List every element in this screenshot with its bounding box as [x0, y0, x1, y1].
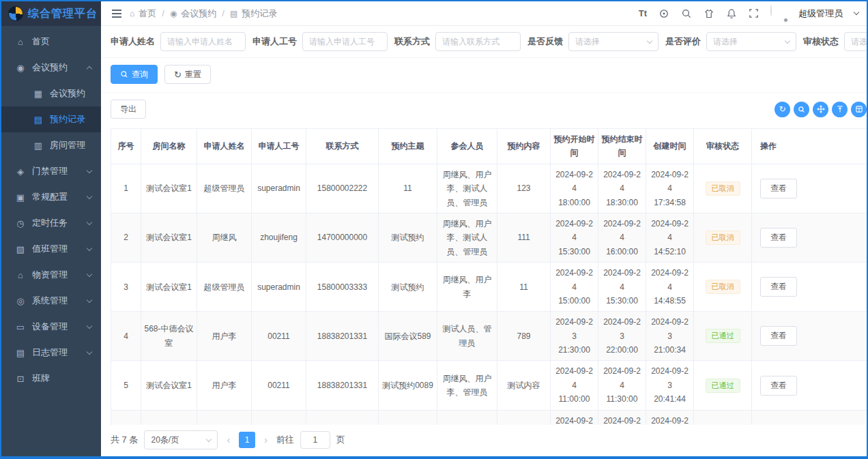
cell-end: 2024-09-2416:00:00	[598, 213, 646, 262]
cell-topic: 测试预约	[379, 213, 437, 262]
document-icon: ▤	[230, 9, 237, 18]
app-title: 综合管理平台	[28, 7, 98, 21]
column-settings-icon[interactable]	[851, 102, 867, 117]
cell-created: 2024-09-2414:48:55	[646, 263, 694, 312]
move-icon[interactable]	[813, 102, 828, 117]
sidebar-item-system-management[interactable]: ◎ 系统管理	[1, 288, 101, 314]
chevron-down-icon	[87, 271, 92, 276]
theme-skin-icon[interactable]	[704, 8, 714, 19]
view-button[interactable]: 查看	[760, 376, 797, 396]
cell-start: 2024-09-2321:00:00	[551, 410, 598, 425]
chevron-down-icon	[785, 38, 790, 43]
search-icon[interactable]	[681, 8, 692, 19]
col-created-time: 创建时间	[646, 129, 694, 164]
sidebar-item-access-control[interactable]: ◈ 门禁管理	[1, 158, 101, 184]
cell-end: 2024-09-2415:30:00	[598, 263, 646, 312]
search-toggle-icon[interactable]	[794, 102, 809, 117]
sidebar-item-scheduled-tasks[interactable]: ◷ 定时任务	[1, 210, 101, 236]
username[interactable]: 超级管理员	[798, 8, 843, 20]
cell-content: 123	[497, 164, 551, 213]
sidebar-item-log-management[interactable]: ▤ 日志管理	[1, 340, 101, 366]
cell-no: 2	[111, 213, 141, 262]
table-row: 6 测试会议室1 超级管理员 superadmin 15800003333 测试…	[111, 410, 867, 425]
chevron-down-icon	[87, 323, 92, 328]
sidebar-item-duty-management[interactable]: ▧ 值班管理	[1, 236, 101, 262]
view-button[interactable]: 查看	[760, 277, 797, 297]
font-size-icon[interactable]: Tt	[639, 8, 647, 18]
sidebar-item-class-board[interactable]: ⊡ 班牌	[1, 366, 101, 391]
sidebar-item-home[interactable]: ⌂ 首页	[1, 29, 101, 55]
evaluate-select[interactable]: 请选择	[706, 32, 796, 51]
sidebar-item-meeting-booking-group[interactable]: ◉ 会议预约	[1, 55, 101, 80]
fullscreen-icon[interactable]	[749, 8, 759, 18]
sidebar-item-room-management[interactable]: ▥ 房间管理	[1, 132, 101, 158]
hamburger-menu-icon[interactable]	[109, 7, 124, 20]
refresh-icon[interactable]: ↻	[775, 102, 790, 117]
col-end-time: 预约结束时间	[598, 129, 646, 164]
breadcrumb: ⌂ 首页 / ◉ 会议预约 / ▤ 预约记录	[130, 8, 277, 20]
upload-icon[interactable]	[832, 102, 848, 117]
cell-topic: 国际会议589	[379, 312, 437, 361]
cell-content: 测试预约	[497, 410, 551, 425]
status-dot	[783, 18, 788, 23]
cell-participants: 周继风、用户李、测试人员、管理员	[437, 164, 497, 213]
goto-page-input[interactable]	[300, 431, 330, 449]
goto-label: 前往	[276, 434, 294, 446]
action-bar: 查询 ↻ 重置	[101, 58, 867, 93]
view-button[interactable]: 查看	[760, 326, 797, 346]
table-row: 3 测试会议室1 超级管理员 superadmin 15800003333 测试…	[111, 263, 867, 312]
cell-no: 5	[111, 361, 141, 410]
audit-status-select[interactable]: 请选择审核状态	[844, 32, 868, 51]
main-area: ⌂ 首页 / ◉ 会议预约 / ▤ 预约记录 Tt	[101, 1, 867, 456]
config-icon: ▣	[15, 192, 26, 203]
bell-icon[interactable]	[726, 8, 737, 19]
page-size-select[interactable]: 20条/页	[144, 430, 218, 449]
chevron-down-icon	[87, 245, 92, 250]
applicant-name-label: 申请人姓名	[111, 35, 155, 48]
cell-start: 2024-09-2411:00:00	[551, 361, 598, 410]
export-button[interactable]: 导出	[111, 100, 146, 119]
avatar[interactable]	[770, 5, 787, 22]
breadcrumb-home[interactable]: 首页	[139, 8, 156, 20]
page-number-button[interactable]: 1	[239, 432, 255, 448]
chevron-down-icon[interactable]	[854, 9, 859, 14]
cell-topic: 11	[379, 164, 437, 213]
view-button[interactable]: 查看	[760, 179, 797, 198]
table-row: 4 568-中德会议室 用户李 00211 18838201331 国际会议58…	[111, 312, 867, 361]
status-badge: 已取消	[706, 280, 740, 294]
feedback-select[interactable]: 请选择	[568, 32, 659, 51]
chevron-down-icon	[87, 297, 92, 302]
cell-name: 用户李	[197, 312, 252, 361]
cell-no: 1	[111, 164, 141, 213]
cell-phone: 15800003333	[306, 410, 379, 425]
phone-input[interactable]	[435, 32, 521, 51]
cell-room: 测试会议室1	[141, 361, 197, 410]
cell-name: 用户李	[197, 361, 252, 410]
sidebar-item-general-config[interactable]: ▣ 常规配置	[1, 184, 101, 210]
reset-button[interactable]: ↻ 重置	[164, 65, 211, 84]
cell-phone: 18838201331	[306, 312, 379, 361]
prev-page-button[interactable]: ‹	[224, 434, 233, 445]
sidebar-item-meeting-booking[interactable]: ▦ 会议预约	[1, 80, 101, 106]
cell-name: 超级管理员	[197, 263, 252, 312]
applicant-name-input[interactable]	[160, 32, 246, 51]
staff-id-input[interactable]	[302, 32, 388, 51]
cell-phone: 18838201331	[306, 361, 379, 410]
cell-staff_id: superadmin	[252, 164, 306, 213]
gear-icon: ◎	[15, 296, 26, 306]
sidebar-item-materials-management[interactable]: ⌂ 物资管理	[1, 262, 101, 288]
view-button[interactable]: 查看	[760, 228, 797, 248]
app-logo-icon	[8, 6, 23, 21]
table-header-row: 序号 房间名称 申请人姓名 申请人工号 联系方式 预约主题 参会人员 预约内容 …	[111, 129, 867, 164]
col-name: 申请人姓名	[197, 129, 252, 164]
col-actions: 操作	[752, 129, 867, 164]
next-page-button[interactable]: ›	[261, 434, 270, 445]
cell-created: 2024-09-2414:52:10	[646, 213, 694, 262]
cell-created: 2024-09-2417:34:58	[646, 164, 694, 213]
sidebar: 综合管理平台 ⌂ 首页 ◉ 会议预约 ▦ 会议预约 ▤ 预约记录 ▥ 房间管理 …	[1, 1, 101, 456]
sidebar-item-booking-records[interactable]: ▤ 预约记录	[1, 106, 101, 132]
breadcrumb-section[interactable]: 会议预约	[181, 8, 216, 20]
sidebar-item-device-management[interactable]: ▭ 设备管理	[1, 314, 101, 340]
search-button[interactable]: 查询	[111, 65, 158, 84]
target-icon[interactable]	[659, 8, 669, 19]
